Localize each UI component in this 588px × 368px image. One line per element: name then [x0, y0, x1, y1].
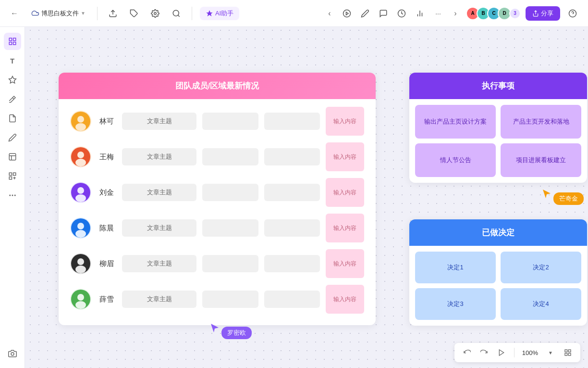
exec-card-header: 执行事项: [409, 73, 587, 99]
avatar-img-5: [71, 254, 90, 273]
member-cell-sec-5[interactable]: [202, 255, 258, 272]
sidebar-item-connector[interactable]: [4, 129, 21, 146]
toolbar-right: A B C D 3 分享: [466, 6, 580, 21]
zoom-dropdown-button[interactable]: ▼: [544, 346, 557, 359]
shape-icon: [8, 76, 17, 84]
svg-line-3: [178, 15, 179, 16]
decision-item-3[interactable]: 决定3: [415, 288, 496, 320]
settings-icon: [151, 9, 159, 18]
svg-point-44: [77, 294, 84, 301]
sidebar-item-frame[interactable]: [4, 148, 21, 165]
decision-item-2[interactable]: 决定2: [501, 252, 581, 283]
member-input-6[interactable]: 输入内容: [326, 285, 364, 314]
member-cell-ter-3[interactable]: [264, 184, 320, 201]
upload-button[interactable]: [105, 6, 121, 21]
settings-button[interactable]: [147, 6, 163, 21]
fit-screen-button[interactable]: [561, 346, 575, 359]
svg-point-26: [14, 195, 15, 196]
member-cell-sec-4[interactable]: [202, 219, 258, 237]
share-button[interactable]: 分享: [526, 6, 560, 21]
decision-item-1[interactable]: 决定1: [415, 252, 496, 283]
member-cell-main-1[interactable]: 文章主题: [122, 113, 196, 130]
bottom-toolbar: 100% ▼: [454, 343, 580, 362]
sticky-icon: [8, 114, 17, 123]
member-input-3[interactable]: 输入内容: [326, 178, 364, 207]
svg-point-39: [75, 230, 86, 238]
sidebar-item-template[interactable]: [4, 167, 21, 185]
member-cell-main-5[interactable]: 文章主题: [122, 255, 196, 272]
more-icon: [8, 191, 17, 200]
avatar-xuexue: [70, 289, 91, 310]
member-cell-ter-5[interactable]: [264, 255, 320, 272]
timer-button[interactable]: [394, 6, 409, 21]
member-cell-ter-6[interactable]: [264, 291, 320, 308]
canvas-area: 团队成员/区域最新情况 林可 文章主题 输入内: [25, 27, 588, 368]
avatar-liumei: [70, 253, 91, 274]
collaborator-avatars: A B C D 3: [466, 7, 521, 20]
avatar-wangmei: [70, 146, 91, 167]
member-cell-ter-1[interactable]: [264, 113, 320, 130]
member-cell-ter-2[interactable]: [264, 148, 320, 165]
sidebar-item-select[interactable]: [4, 33, 21, 50]
avatar-linke: [70, 111, 91, 132]
zoom-chevron-icon: ▼: [548, 350, 553, 355]
svg-rect-16: [9, 153, 16, 160]
member-input-2[interactable]: 输入内容: [326, 142, 364, 171]
help-button[interactable]: [565, 6, 580, 21]
toolbar-left: ← 博思白板文件 ▼: [8, 6, 319, 21]
search-button[interactable]: [169, 6, 184, 21]
cursor-luomiou: 罗密欧: [210, 323, 252, 339]
member-cell-sec-1[interactable]: [202, 113, 258, 130]
svg-point-1: [154, 12, 157, 14]
play-icon: [343, 9, 351, 18]
ai-assistant-button[interactable]: AI助手: [200, 7, 239, 20]
exec-item-4[interactable]: 项目进展看板建立: [501, 143, 581, 177]
member-cell-main-6[interactable]: 文章主题: [122, 291, 196, 308]
tag-button[interactable]: [126, 6, 142, 21]
sidebar-item-shape[interactable]: [4, 71, 21, 89]
member-cell-main-3[interactable]: 文章主题: [122, 184, 196, 201]
more-center-button[interactable]: ···: [430, 6, 446, 21]
svg-point-35: [77, 187, 84, 194]
sidebar-item-text[interactable]: T: [4, 52, 21, 69]
play-button[interactable]: [339, 6, 355, 21]
table-row: 薛雪 文章主题 输入内容: [70, 285, 364, 314]
member-cell-sec-3[interactable]: [202, 184, 258, 201]
sidebar-item-pen[interactable]: [4, 90, 21, 108]
comment-button[interactable]: [376, 6, 391, 21]
member-cell-main-4[interactable]: 文章主题: [122, 219, 196, 237]
svg-point-32: [77, 152, 84, 158]
chart-icon: [416, 9, 424, 18]
exec-item-2[interactable]: 产品主页开发和落地: [501, 105, 581, 139]
member-cell-sec-6[interactable]: [202, 291, 258, 308]
svg-rect-49: [565, 353, 567, 355]
play-canvas-button[interactable]: [495, 346, 508, 359]
file-menu[interactable]: 博思白板文件 ▼: [27, 7, 89, 20]
member-name-3: 刘金: [97, 188, 116, 197]
member-cell-ter-4[interactable]: [264, 219, 320, 237]
chart-button[interactable]: [412, 6, 428, 21]
undo-button[interactable]: [460, 346, 474, 359]
member-input-4[interactable]: 输入内容: [326, 214, 364, 242]
svg-point-24: [10, 195, 11, 196]
table-row: 刘金 文章主题 输入内容: [70, 178, 364, 207]
svg-marker-46: [499, 350, 503, 355]
member-input-1[interactable]: 输入内容: [326, 107, 364, 136]
back-button[interactable]: ←: [8, 7, 21, 20]
decision-item-4[interactable]: 决定4: [501, 288, 581, 320]
sidebar-item-sticky[interactable]: [4, 110, 21, 127]
sidebar-bottom-button[interactable]: [4, 345, 21, 362]
exec-item-3[interactable]: 情人节公告: [415, 143, 496, 177]
exec-item-1[interactable]: 输出产品主页设计方案: [415, 105, 496, 139]
svg-point-29: [77, 116, 84, 123]
sidebar-item-more[interactable]: [4, 187, 21, 204]
edit-button[interactable]: [357, 6, 373, 21]
svg-rect-13: [13, 38, 15, 40]
next-nav[interactable]: ›: [449, 7, 462, 20]
redo-button[interactable]: [478, 346, 491, 359]
svg-rect-14: [9, 42, 12, 45]
member-cell-main-2[interactable]: 文章主题: [122, 148, 196, 165]
member-cell-sec-2[interactable]: [202, 148, 258, 165]
prev-nav[interactable]: ‹: [323, 7, 336, 20]
member-input-5[interactable]: 输入内容: [326, 249, 364, 278]
